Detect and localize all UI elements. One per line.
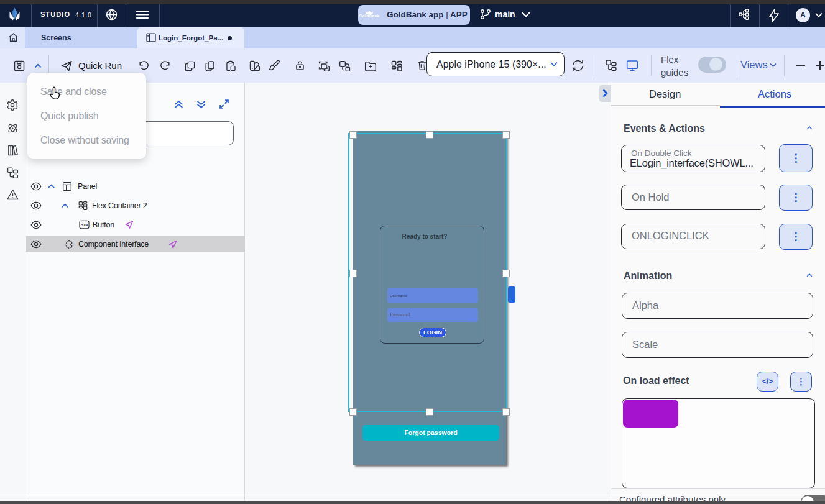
svg-text:BTN: BTN: [81, 223, 88, 227]
